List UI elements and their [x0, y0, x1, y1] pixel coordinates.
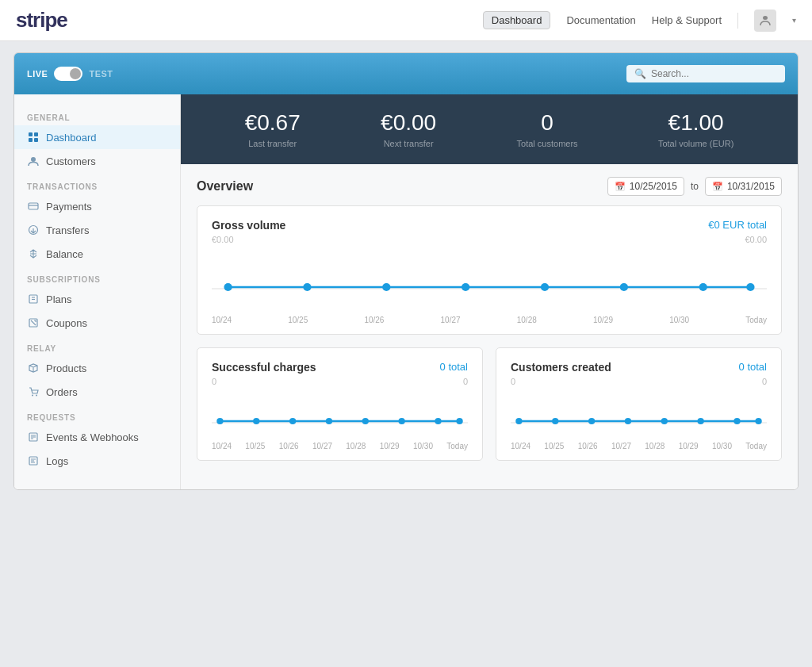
customers-created-chart	[511, 391, 767, 439]
sc-x-6: 10/30	[413, 442, 433, 450]
gross-volume-zero-left: €0.00	[212, 235, 234, 244]
search-icon: 🔍	[634, 68, 646, 79]
gross-volume-card: Gross volume €0 EUR total €0.00 €0.00	[197, 205, 782, 335]
svg-rect-4	[34, 138, 38, 142]
sidebar-item-customers[interactable]: Customers	[14, 149, 180, 173]
x-label-5: 10/29	[593, 316, 613, 324]
svg-point-39	[435, 418, 441, 424]
svg-rect-2	[34, 132, 38, 136]
overview-title: Overview	[197, 179, 253, 194]
nav-dashboard[interactable]: Dashboard	[483, 11, 551, 29]
plans-icon	[27, 293, 40, 305]
sidebar-label-plans: Plans	[46, 293, 72, 305]
x-label-2: 10/26	[364, 316, 384, 324]
svg-point-47	[697, 418, 703, 424]
sidebar-label-logs: Logs	[46, 455, 68, 467]
nav-divider	[737, 13, 738, 29]
svg-point-49	[755, 418, 761, 424]
cc-x-4: 10/28	[645, 442, 665, 450]
date-range: 📅 10/25/2015 to 📅 10/31/2015	[607, 177, 782, 196]
sidebar-section-relay: RELAY	[14, 335, 180, 356]
sidebar-label-products: Products	[46, 362, 86, 374]
stat-value-last-transfer: €0.67	[245, 110, 301, 136]
calendar-from-icon: 📅	[615, 182, 626, 192]
live-label: LIVE	[27, 69, 48, 79]
sc-zero-right: 0	[463, 377, 468, 386]
cc-zero-right: 0	[762, 377, 767, 386]
sidebar-item-plans[interactable]: Plans	[14, 287, 180, 311]
nav-chevron-icon[interactable]: ▾	[792, 16, 796, 25]
svg-point-31	[746, 283, 754, 291]
svg-point-33	[216, 418, 223, 424]
successful-charges-chart	[212, 391, 468, 439]
x-label-0: 10/24	[212, 316, 232, 324]
nav-help[interactable]: Help & Support	[652, 14, 722, 26]
sidebar-item-balance[interactable]: Balance	[14, 242, 180, 266]
nav-documentation[interactable]: Documentation	[566, 14, 635, 26]
svg-point-38	[398, 418, 404, 424]
sidebar-label-payments: Payments	[46, 201, 92, 213]
sc-x-0: 10/24	[212, 442, 232, 450]
sidebar-item-products[interactable]: Products	[14, 356, 180, 380]
sc-x-labels: 10/24 10/25 10/26 10/27 10/28 10/29 10/3…	[212, 439, 468, 450]
svg-point-36	[326, 418, 332, 424]
svg-point-25	[303, 283, 311, 291]
sidebar-item-logs[interactable]: Logs	[14, 449, 180, 473]
sidebar-item-dashboard[interactable]: Dashboard	[14, 125, 180, 149]
sidebar-label-customers: Customers	[46, 155, 96, 167]
sidebar-label-dashboard: Dashboard	[46, 132, 97, 144]
svg-point-34	[253, 418, 259, 424]
coupons-icon	[27, 316, 40, 329]
stat-label-total-volume: Total volume (EUR)	[658, 139, 733, 148]
sidebar-item-orders[interactable]: Orders	[14, 380, 180, 404]
x-label-3: 10/27	[441, 316, 461, 324]
search-input[interactable]	[651, 68, 777, 79]
cc-x-2: 10/26	[578, 442, 598, 450]
gross-volume-zero-right: €0.00	[745, 235, 767, 244]
sc-x-5: 10/29	[380, 442, 400, 450]
svg-point-37	[362, 418, 369, 424]
cc-x-labels: 10/24 10/25 10/26 10/27 10/28 10/29 10/3…	[511, 439, 767, 450]
svg-point-40	[456, 418, 462, 424]
sidebar-label-transfers: Transfers	[46, 224, 89, 236]
stat-next-transfer: €0.00 Next transfer	[381, 110, 436, 148]
live-test-toggle[interactable]: LIVE TEST	[27, 67, 113, 81]
search-box[interactable]: 🔍	[626, 65, 785, 82]
toggle-track[interactable]	[54, 67, 82, 81]
svg-point-45	[625, 418, 631, 424]
svg-point-30	[699, 283, 707, 291]
cc-x-3: 10/27	[611, 442, 631, 450]
stat-value-total-customers: 0	[517, 110, 578, 136]
gross-volume-x-labels: 10/24 10/25 10/26 10/27 10/28 10/29 10/3…	[212, 312, 767, 324]
user-icon[interactable]	[754, 10, 776, 32]
cc-zero-left: 0	[511, 377, 515, 386]
date-from-btn[interactable]: 📅 10/25/2015	[607, 177, 684, 196]
successful-charges-card: Successful charges 0 total 0 0	[197, 347, 483, 461]
x-label-today: Today	[745, 316, 767, 324]
sc-zero-left: 0	[212, 377, 216, 386]
sc-x-today: Today	[446, 442, 468, 450]
svg-point-46	[661, 418, 668, 424]
date-to-label: to	[691, 181, 699, 192]
cc-x-6: 10/30	[712, 442, 732, 450]
sidebar-item-payments[interactable]: Payments	[14, 194, 180, 218]
stripe-logo: stripe	[16, 8, 67, 33]
svg-rect-6	[29, 203, 38, 209]
svg-point-13	[32, 395, 33, 397]
svg-point-42	[515, 418, 522, 424]
sidebar-section-transactions: TRANSACTIONS	[14, 173, 180, 194]
calendar-to-icon: 📅	[712, 182, 723, 192]
sidebar-item-coupons[interactable]: Coupons	[14, 311, 180, 335]
svg-point-14	[36, 395, 37, 397]
date-from-value: 10/25/2015	[630, 181, 677, 192]
balance-icon	[27, 247, 40, 260]
date-to-btn[interactable]: 📅 10/31/2015	[705, 177, 782, 196]
sc-x-2: 10/26	[279, 442, 299, 450]
stat-last-transfer: €0.67 Last transfer	[245, 110, 301, 148]
cc-x-today: Today	[745, 442, 767, 450]
sidebar-item-events-webhooks[interactable]: Events & Webhooks	[14, 425, 180, 449]
stat-label-last-transfer: Last transfer	[245, 139, 301, 148]
sidebar-item-transfers[interactable]: Transfers	[14, 218, 180, 242]
sc-x-1: 10/25	[245, 442, 265, 450]
sidebar-label-events-webhooks: Events & Webhooks	[46, 431, 139, 443]
